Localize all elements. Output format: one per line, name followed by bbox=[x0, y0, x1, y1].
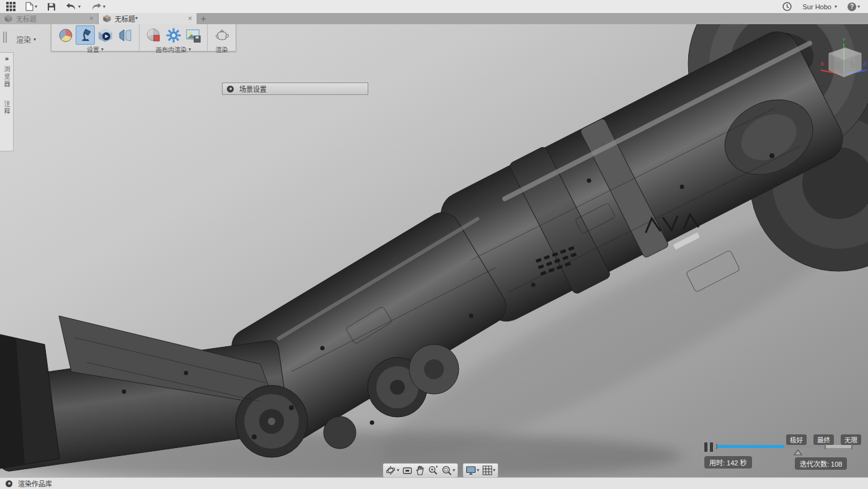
ribbon-grip-handle[interactable] bbox=[3, 32, 7, 43]
render-progress-buffer bbox=[784, 445, 825, 448]
group-label-render[interactable]: 渲染 bbox=[216, 45, 228, 54]
notifications-clock-icon[interactable] bbox=[781, 1, 794, 12]
texture-flip-icon bbox=[118, 28, 133, 43]
render-region-icon bbox=[146, 28, 161, 43]
group-caret-icon: ▾ bbox=[101, 47, 104, 52]
document-tab-bar: 无标题 × 无标题* × + bbox=[0, 13, 868, 24]
scene-settings-lamp-icon bbox=[78, 28, 93, 43]
gear-icon bbox=[166, 28, 181, 43]
texture-map-controls-button[interactable] bbox=[115, 25, 135, 45]
user-account-menu[interactable]: Sur Hobo ▾ bbox=[802, 3, 837, 11]
decal-button[interactable] bbox=[95, 25, 115, 45]
palette-expand-icon[interactable] bbox=[227, 86, 234, 92]
navigation-toolbar: ▾ bbox=[383, 463, 498, 478]
decal-cube-icon bbox=[98, 28, 113, 43]
document-cube-icon bbox=[103, 15, 111, 22]
browser-panel-tab[interactable]: 浏览器 bbox=[2, 66, 11, 88]
expand-panel-icon[interactable]: » bbox=[5, 55, 8, 62]
orbit-caret-icon: ▾ bbox=[397, 468, 399, 473]
in-canvas-render-button[interactable] bbox=[144, 25, 163, 45]
ribbon-group-render: 渲染 bbox=[207, 24, 236, 51]
zoom-window-icon bbox=[441, 465, 452, 475]
viewcube-face-back: 后 bbox=[835, 62, 842, 70]
user-menu-caret-icon: ▾ bbox=[835, 4, 837, 9]
document-tab-1[interactable]: 无标题 × bbox=[0, 13, 99, 24]
display-caret-icon: ▾ bbox=[477, 468, 479, 473]
view-cube[interactable]: 后 左 Y X Z bbox=[820, 35, 868, 83]
appearance-button[interactable] bbox=[56, 25, 75, 45]
nav-panel-main: ▾ bbox=[383, 463, 458, 478]
workspace-caret-icon: ▾ bbox=[33, 37, 36, 42]
application-bar: ▾ ▾ ▾ S bbox=[0, 0, 868, 14]
document-tab-2-active[interactable]: 无标题* × bbox=[99, 13, 197, 24]
undo-caret-icon[interactable]: ▾ bbox=[78, 4, 81, 9]
tab-title: 无标题 bbox=[16, 14, 37, 24]
group-caret-icon: ▾ bbox=[188, 47, 191, 52]
nav-panel-display: ▾ ▾ bbox=[463, 463, 498, 478]
viewport[interactable]: 渲染 ▾ bbox=[0, 24, 868, 478]
app-bar-left: ▾ ▾ ▾ bbox=[0, 1, 107, 12]
workspace-selector[interactable]: 渲染 ▾ bbox=[12, 33, 40, 46]
collapsed-left-panel: » 浏览器 注释 bbox=[0, 52, 14, 151]
look-at-icon bbox=[402, 466, 412, 475]
gallery-expand-icon[interactable] bbox=[6, 480, 12, 487]
document-cube-icon bbox=[4, 15, 12, 22]
zoom-window-caret-icon: ▾ bbox=[453, 468, 455, 473]
help-menu[interactable]: ? ▾ bbox=[846, 1, 862, 12]
orbit-icon bbox=[386, 465, 396, 475]
user-name: Sur Hobo bbox=[802, 3, 831, 11]
grid-caret-icon: ▾ bbox=[493, 468, 495, 473]
ribbon-toolbar: 设置 ▾ bbox=[51, 24, 236, 52]
zoom-window-button[interactable]: ▾ bbox=[441, 465, 456, 475]
undo-button[interactable]: ▾ bbox=[64, 1, 82, 12]
viewcube-axis-z: Z bbox=[863, 61, 867, 67]
quality-badge-final[interactable]: 最终 bbox=[813, 434, 834, 445]
elapsed-time-badge: 用时: 142 秒 bbox=[704, 456, 752, 469]
grid-icon bbox=[482, 465, 492, 475]
pause-render-button[interactable] bbox=[704, 442, 713, 452]
tab-title: 无标题* bbox=[115, 14, 138, 24]
group-label-in-canvas-render[interactable]: 画布内渲染 ▾ bbox=[156, 45, 191, 54]
comments-panel-tab[interactable]: 注释 bbox=[2, 101, 11, 115]
app-grid-icon[interactable] bbox=[4, 1, 17, 12]
zoom-icon bbox=[428, 465, 438, 475]
viewcube-axis-y: Y bbox=[842, 37, 846, 43]
help-icon: ? bbox=[848, 2, 856, 11]
scene-settings-palette-header[interactable]: 场景设置 bbox=[222, 83, 368, 95]
scene-settings-button[interactable] bbox=[76, 25, 95, 45]
appearance-sphere-icon bbox=[58, 28, 73, 43]
render-progress-fill bbox=[716, 445, 784, 448]
scene-settings-title: 场景设置 bbox=[239, 84, 267, 94]
help-caret-icon: ▾ bbox=[857, 4, 860, 9]
render-button[interactable] bbox=[212, 25, 231, 45]
rendering-gallery-bar[interactable]: 渲染作品库 bbox=[0, 477, 868, 489]
quality-badge-excellent[interactable]: 极好 bbox=[786, 434, 807, 445]
orbit-button[interactable]: ▾ bbox=[385, 465, 400, 475]
save-button[interactable] bbox=[45, 1, 58, 12]
workspace-label: 渲染 bbox=[16, 34, 31, 45]
render-teapot-icon bbox=[214, 28, 230, 43]
redo-caret-icon[interactable]: ▾ bbox=[103, 4, 105, 9]
capture-image-button[interactable] bbox=[184, 25, 203, 45]
tab-close-icon[interactable]: × bbox=[188, 15, 192, 22]
display-settings-button[interactable]: ▾ bbox=[465, 465, 480, 475]
look-at-button[interactable] bbox=[402, 466, 413, 475]
file-menu-caret-icon[interactable]: ▾ bbox=[35, 4, 37, 9]
file-menu-button[interactable]: ▾ bbox=[24, 1, 39, 12]
redo-button[interactable]: ▾ bbox=[89, 1, 107, 12]
render-canvas-robot-arm bbox=[0, 24, 868, 478]
iteration-count-badge: 迭代次数: 108 bbox=[795, 457, 847, 470]
quality-slider-marker[interactable] bbox=[794, 449, 802, 455]
ribbon-group-settings: 设置 ▾ bbox=[51, 24, 139, 51]
grid-and-snaps-button[interactable]: ▾ bbox=[482, 465, 496, 475]
pan-hand-icon bbox=[415, 465, 425, 475]
in-canvas-render-settings-button[interactable] bbox=[164, 25, 183, 45]
new-document-tab-button[interactable]: + bbox=[197, 13, 210, 24]
tab-close-icon[interactable]: × bbox=[89, 15, 94, 22]
render-progress-bar[interactable] bbox=[716, 445, 852, 448]
group-label-settings[interactable]: 设置 ▾ bbox=[87, 45, 104, 54]
pan-button[interactable] bbox=[415, 465, 425, 475]
viewcube-axis-x: X bbox=[820, 61, 824, 67]
ribbon-group-in-canvas-render: 画布内渲染 ▾ bbox=[139, 24, 207, 51]
zoom-button[interactable] bbox=[427, 465, 439, 475]
